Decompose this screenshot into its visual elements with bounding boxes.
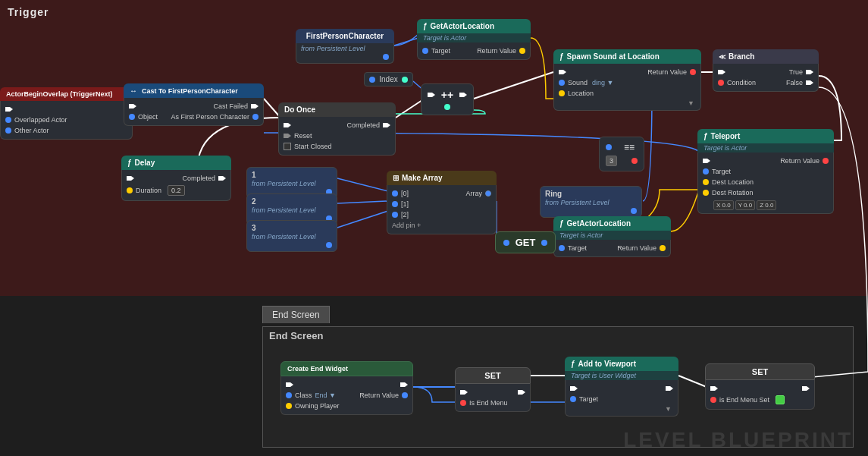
node-galb-subtitle: Target is Actor xyxy=(553,231,671,240)
node-av-subtitle: Target is User Widget xyxy=(565,371,678,380)
node-delay[interactable]: ƒ Delay Completed Duration 0.2 xyxy=(121,156,231,201)
pin-av-exec-in xyxy=(570,385,578,392)
pin-spawn-sound-val: ding ▼ xyxy=(592,79,613,86)
node-cast-to-first-person[interactable]: ↔ Cast To FirstPersonCharacter Cast Fail… xyxy=(124,83,264,126)
pin-av-target xyxy=(570,396,576,402)
get-label: GET xyxy=(515,237,536,248)
node-spawn-sound[interactable]: ƒ Spawn Sound at Location Return Value S… xyxy=(553,49,701,111)
node-set-end-menu-set[interactable]: SET is End Menu Set xyxy=(705,363,815,410)
pin-ring-out xyxy=(631,208,637,214)
node-av-func-icon: ƒ xyxy=(571,360,575,368)
node-teleport[interactable]: ƒ Teleport Target is Actor Return Value … xyxy=(697,129,834,214)
node-make-array-icon: ⊞ xyxy=(393,174,399,182)
node-delay-title: Delay xyxy=(135,159,155,167)
node-p1-subtitle: from Persistent Level xyxy=(252,180,332,187)
pin-inc-exec-out xyxy=(459,91,467,99)
node-do-once[interactable]: Do Once Completed Reset xyxy=(278,102,396,156)
pin-ma-2 xyxy=(392,212,398,218)
node-ring-title: Ring xyxy=(545,190,637,198)
pin-teleport-dest-loc xyxy=(703,179,709,185)
pin-spawn-exec-in xyxy=(559,68,566,76)
node-index[interactable]: Index xyxy=(364,72,413,86)
pin-delay-value[interactable]: 0.2 xyxy=(168,185,185,196)
pin-start-closed xyxy=(284,143,291,150)
increment-label: ++ xyxy=(441,89,453,101)
pin-cew-owner xyxy=(286,403,292,409)
pin-set1-val xyxy=(460,400,466,406)
node-get[interactable]: GET xyxy=(495,231,556,253)
pin-cew-exec-in xyxy=(286,381,293,388)
blueprint-container: Trigger End Screen End Screen xyxy=(0,0,868,456)
pin-delay-duration xyxy=(127,187,133,193)
pin-set2-val xyxy=(710,397,716,403)
pin-reset xyxy=(284,132,291,140)
node-compare[interactable]: ≡≡ 3 xyxy=(599,137,644,171)
pin-overlapped-actor xyxy=(5,117,11,123)
pin-p3-out xyxy=(326,242,332,248)
node-set2-title: SET xyxy=(752,367,768,376)
node-ring-subtitle: from Persistent Level xyxy=(545,199,637,206)
node-create-end-widget[interactable]: Create End Widget Class End ▼ Return Val… xyxy=(280,361,413,415)
end-screen-section-title: End Screen xyxy=(269,330,324,341)
pin-cmp-a xyxy=(606,144,612,150)
node-p1-label: 1 xyxy=(252,171,332,179)
pin-ma-1 xyxy=(392,201,398,207)
node-av-title: Add to Viewport xyxy=(578,360,636,368)
pin-teleport-dest-rot xyxy=(703,190,709,196)
node-persistent-3[interactable]: 3 from Persistent Level xyxy=(246,220,337,252)
node-actor-begin-overlap[interactable]: ActorBeginOverlap (TriggerNext) Overlapp… xyxy=(0,87,133,140)
pin-delay-exec-in xyxy=(127,175,134,182)
node-get-actor-location-top[interactable]: ƒ GetActorLocation Target is Actor Targe… xyxy=(417,19,531,60)
pin-set2-checkbox[interactable] xyxy=(776,395,785,404)
node-branch[interactable]: ≪ Branch True Condition False xyxy=(713,49,819,92)
compare-value: 3 xyxy=(606,156,617,166)
pin-set2-exec-out xyxy=(802,385,810,392)
pin-branch-condition xyxy=(718,80,724,86)
exec-in-do-once xyxy=(284,121,291,129)
pin-other-actor xyxy=(5,127,11,134)
pin-ma-add[interactable]: Add pin + xyxy=(392,222,421,229)
node-branch-icon: ≪ xyxy=(719,53,725,61)
node-gal-func-icon: ƒ xyxy=(423,22,428,30)
node-add-viewport[interactable]: ƒ Add to Viewport Target is User Widget … xyxy=(565,357,678,417)
node-teleport-title: Teleport xyxy=(711,132,741,140)
pin-branch-exec-in xyxy=(718,68,725,76)
node-branch-title: Branch xyxy=(729,52,754,61)
pin-inc-exec-in xyxy=(428,91,435,99)
node-get-actor-location-bottom[interactable]: ƒ GetActorLocation Target is Actor Targe… xyxy=(553,216,671,257)
node-make-array-title: Make Array xyxy=(402,174,443,182)
pin-ma-0 xyxy=(392,190,398,197)
pin-teleport-exec-in xyxy=(703,157,710,165)
pin-get-in xyxy=(503,240,509,246)
node-increment[interactable]: ++ xyxy=(421,83,474,115)
index-label: Index xyxy=(379,75,397,83)
node-set-is-end-menu[interactable]: SET Is End Menu xyxy=(455,367,531,412)
pin-cew-exec-out xyxy=(400,381,408,388)
exec-cast-failed xyxy=(251,102,259,110)
node-ring[interactable]: Ring from Persistent Level xyxy=(540,186,642,218)
pin-teleport-return xyxy=(823,158,829,164)
pin-set1-exec-out xyxy=(518,388,525,396)
node-p3-label: 3 xyxy=(252,224,332,232)
node-actor-begin-overlap-title: ActorBeginOverlap (TriggerNext) xyxy=(6,90,113,98)
pin-spawn-expand: ▼ xyxy=(688,99,694,107)
pin-cew-class-val: End ▼ xyxy=(315,392,336,399)
node-set1-title: SET xyxy=(484,371,500,380)
pin-delay-completed xyxy=(218,175,226,182)
pin-as-first-person xyxy=(252,114,259,120)
pin-ma-array xyxy=(485,190,491,197)
pin-galb-target xyxy=(559,245,565,251)
node-delay-func-icon: ƒ xyxy=(127,159,132,167)
pin-spawn-sound xyxy=(559,80,565,86)
node-make-array[interactable]: ⊞ Make Array [0] Array [1] xyxy=(387,171,497,234)
pin-teleport-target xyxy=(703,168,709,175)
node-first-person-char[interactable]: FirstPersonCharacter from Persistent Lev… xyxy=(296,29,394,64)
pin-inc-value xyxy=(444,104,450,110)
end-screen-tab[interactable]: End Screen xyxy=(262,306,330,323)
node-p2-subtitle: from Persistent Level xyxy=(252,206,332,214)
pin-get-out xyxy=(541,240,547,246)
pin-fpc-out xyxy=(383,54,389,60)
pin-cew-return xyxy=(402,392,408,398)
node-cast-icon: ↔ xyxy=(130,86,137,95)
node-galb-func-icon: ƒ xyxy=(559,219,564,228)
